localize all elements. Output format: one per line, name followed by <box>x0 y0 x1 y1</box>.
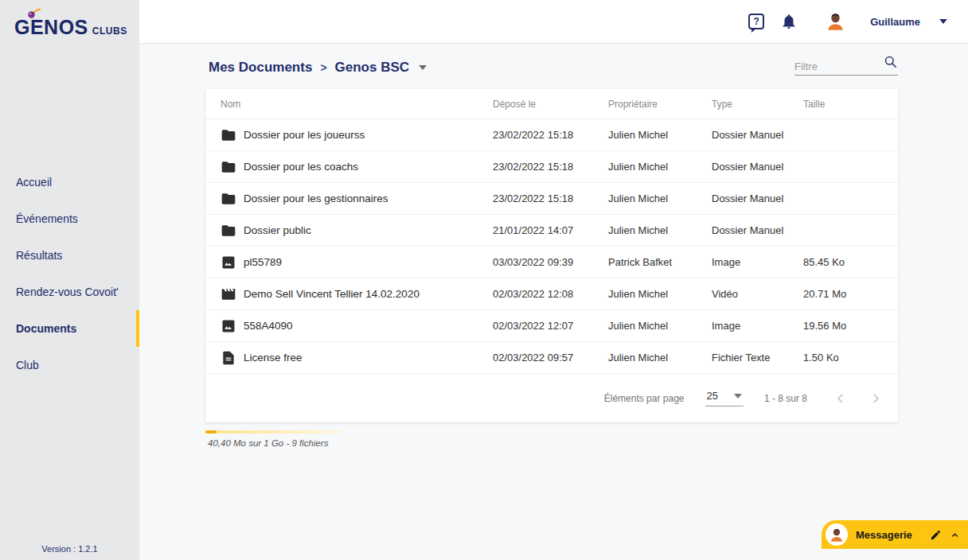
file-name: pl55789 <box>244 256 282 268</box>
sidebar-nav: Accueil Événements Résultats Rendez-vous… <box>0 164 139 383</box>
filter-input[interactable] <box>794 60 874 72</box>
sidebar-item-label: Rendez-vous Covoit' <box>16 286 119 298</box>
table-row[interactable]: License free 02/03/2022 09:57 Julien Mic… <box>205 342 898 374</box>
breadcrumb-current[interactable]: Genos BSC <box>335 60 410 76</box>
file-owner: Julien Michel <box>608 320 712 332</box>
file-deposited-date: 23/02/2022 15:18 <box>493 161 608 173</box>
file-type: Dossier Manuel <box>712 224 803 236</box>
table-row[interactable]: Dossier pour les gestionnaires 23/02/202… <box>205 183 898 215</box>
storage-progress-bar <box>205 430 341 434</box>
user-avatar[interactable] <box>825 11 846 33</box>
logo-text-primary: GENOS <box>14 16 88 39</box>
chevron-up-icon[interactable] <box>950 530 960 540</box>
sidebar-item-label: Club <box>16 359 39 371</box>
help-icon[interactable]: ? <box>748 14 764 29</box>
file-deposited-date: 03/03/2022 09:39 <box>493 256 608 268</box>
pagination-range: 1 - 8 sur 8 <box>764 393 807 404</box>
file-deposited-date: 02/03/2022 12:07 <box>493 320 608 332</box>
file-deposited-date: 02/03/2022 09:57 <box>493 352 608 364</box>
sidebar-item--v-nements[interactable]: Événements <box>0 200 139 237</box>
app-logo[interactable]: GENOS CLUBS <box>0 0 139 39</box>
file-owner: Julien Michel <box>608 352 712 364</box>
col-proprietaire: Propriétaire <box>608 99 712 110</box>
col-type: Type <box>712 99 803 110</box>
text-file-icon <box>221 350 236 366</box>
search-icon[interactable] <box>883 54 898 72</box>
folder-icon <box>221 159 236 175</box>
col-nom: Nom <box>221 99 493 110</box>
file-size: 1.50 Ko <box>803 352 898 364</box>
documents-table: Nom Déposé le Propriétaire Type Taille D… <box>205 89 898 422</box>
sidebar-item-r-sultats[interactable]: Résultats <box>0 237 139 274</box>
storage-usage-label: 40,40 Mo sur 1 Go - 9 fichiers <box>208 438 328 448</box>
logo-text-secondary: CLUBS <box>92 25 127 37</box>
file-type: Dossier Manuel <box>712 192 803 204</box>
table-row[interactable]: pl55789 03/03/2022 09:39 Patrick Bafket … <box>205 247 898 278</box>
table-header: Nom Déposé le Propriétaire Type Taille <box>205 89 898 119</box>
topbar: ? Guillaume <box>139 0 968 44</box>
file-name: Dossier pour les coachs <box>244 161 358 173</box>
items-per-page-select[interactable]: 25 <box>705 390 744 406</box>
items-per-page-label: Éléments par page <box>604 393 685 404</box>
file-name: Dossier pour les gestionnaires <box>244 192 388 204</box>
table-row[interactable]: 558A4090 02/03/2022 12:07 Julien Michel … <box>205 310 898 342</box>
breadcrumb-root[interactable]: Mes Documents <box>209 60 312 76</box>
table-row[interactable]: Dossier pour les coachs 23/02/2022 15:18… <box>205 151 898 183</box>
messenger-avatar <box>826 523 848 546</box>
filter-field <box>794 53 898 76</box>
col-depose-le: Déposé le <box>493 99 608 110</box>
messenger-label: Messagerie <box>856 529 912 541</box>
image-icon <box>221 318 236 334</box>
sidebar-item-accueil[interactable]: Accueil <box>0 164 139 200</box>
video-icon <box>221 286 236 302</box>
file-owner: Patrick Bafket <box>608 256 712 268</box>
file-name: Demo Sell Vincent Tellier 14.02.2020 <box>244 288 420 300</box>
file-size: 19.56 Mo <box>803 320 898 332</box>
file-type: Dossier Manuel <box>712 161 803 173</box>
sidebar: GENOS CLUBS Accueil Événements Résultats… <box>0 0 139 560</box>
file-owner: Julien Michel <box>608 192 712 204</box>
sidebar-item-documents[interactable]: Documents <box>0 310 139 347</box>
file-name: 558A4090 <box>244 320 293 332</box>
file-deposited-date: 02/03/2022 12:08 <box>493 288 608 300</box>
items-per-page-value: 25 <box>707 390 718 402</box>
file-type: Image <box>712 256 803 268</box>
image-icon <box>221 255 236 270</box>
version-label: Version : 1.2.1 <box>0 544 139 554</box>
caret-down-icon[interactable] <box>939 19 947 24</box>
folder-icon <box>221 191 236 207</box>
file-owner: Julien Michel <box>608 161 712 173</box>
caret-down-icon <box>734 394 742 399</box>
table-body: Dossier pour les joueurss 23/02/2022 15:… <box>205 119 898 374</box>
breadcrumb-separator: > <box>320 61 326 74</box>
sidebar-item-rendez-vous-covoit-[interactable]: Rendez-vous Covoit' <box>0 274 139 310</box>
sidebar-item-label: Événements <box>16 212 78 225</box>
sidebar-item-label: Accueil <box>16 176 52 189</box>
file-type: Fichier Texte <box>712 352 803 364</box>
chevron-left-icon[interactable] <box>833 391 849 406</box>
chevron-down-icon[interactable] <box>419 65 427 70</box>
file-name: Dossier pour les joueurss <box>244 129 365 141</box>
col-taille: Taille <box>803 99 898 110</box>
active-indicator <box>136 310 139 347</box>
sidebar-item-club[interactable]: Club <box>0 347 139 383</box>
file-deposited-date: 23/02/2022 15:18 <box>493 192 608 204</box>
file-name: Dossier public <box>244 224 311 236</box>
bell-icon[interactable] <box>780 13 798 30</box>
messenger-widget[interactable]: Messagerie <box>822 520 968 549</box>
file-deposited-date: 23/02/2022 15:18 <box>493 129 608 141</box>
file-deposited-date: 21/01/2022 14:07 <box>493 224 608 236</box>
username-label[interactable]: Guillaume <box>870 16 920 28</box>
file-owner: Julien Michel <box>608 129 712 141</box>
table-row[interactable]: Dossier public 21/01/2022 14:07 Julien M… <box>205 215 898 247</box>
table-row[interactable]: Dossier pour les joueurss 23/02/2022 15:… <box>205 119 898 151</box>
file-size: 20.71 Mo <box>803 288 898 300</box>
file-owner: Julien Michel <box>608 288 712 300</box>
shuttlecock-icon <box>27 7 41 22</box>
chevron-right-icon[interactable] <box>868 391 884 406</box>
pencil-icon[interactable] <box>930 529 942 541</box>
main-content: Mes Documents > Genos BSC Nom Déposé le … <box>139 44 968 560</box>
table-row[interactable]: Demo Sell Vincent Tellier 14.02.2020 02/… <box>205 278 898 310</box>
file-type: Dossier Manuel <box>712 129 803 141</box>
file-owner: Julien Michel <box>608 224 712 236</box>
